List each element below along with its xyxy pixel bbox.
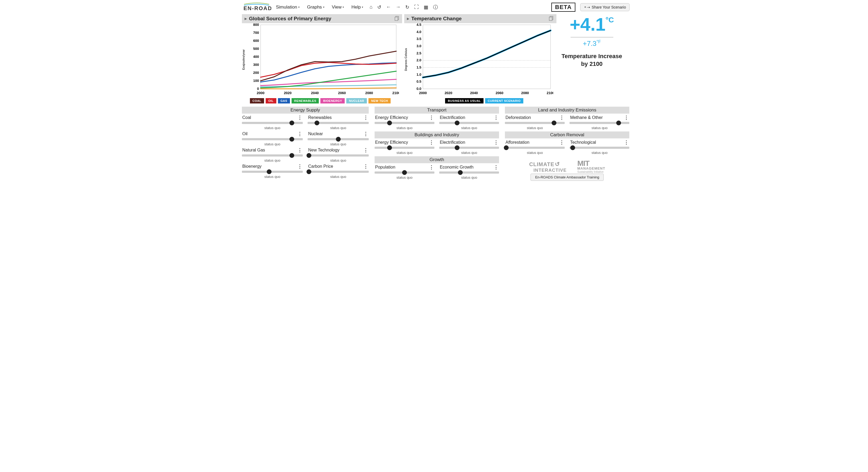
legend-item[interactable]: GAS [278, 98, 290, 103]
slider-nuclear: Nuclear ⋮ status quo [308, 132, 369, 146]
more-options-icon[interactable]: ⋮ [363, 148, 368, 153]
more-options-icon[interactable]: ⋮ [298, 115, 302, 120]
slider-track[interactable] [308, 121, 369, 125]
col-energy-supply: Energy Supply Coal ⋮ status quo Renewabl… [242, 107, 369, 179]
legend-item[interactable]: NUCLEAR [346, 98, 367, 103]
temp-readout-label: Temperature Increase by 2100 [559, 53, 625, 68]
chart-title: Temperature Change [411, 16, 462, 22]
menu-help[interactable]: Help [351, 4, 363, 10]
toolbar: ⌂ ↺ ← → ↻ ⛶ ▦ ⓘ [370, 4, 438, 10]
slider-population: Population ⋮ status quo [375, 165, 434, 179]
slider-track[interactable] [375, 121, 434, 125]
grid-icon[interactable]: ▦ [424, 4, 428, 10]
more-options-icon[interactable]: ⋮ [559, 115, 564, 120]
slider-track[interactable] [569, 145, 629, 150]
more-options-icon[interactable]: ⋮ [624, 140, 629, 145]
slider-track[interactable] [375, 170, 434, 175]
slider-track[interactable] [505, 121, 565, 125]
slider-status: status quo [569, 151, 629, 155]
partner-logos: CLIMATE↺ INTERACTIVE MIT MANAGEMENT Sust… [505, 161, 629, 173]
more-options-icon[interactable]: ⋮ [624, 115, 629, 120]
more-options-icon[interactable]: ⋮ [429, 140, 434, 145]
chart-title: Global Sources of Primary Energy [249, 16, 331, 22]
expand-icon[interactable]: ▶ [407, 17, 409, 21]
slider-track[interactable] [308, 137, 369, 142]
temp-fahrenheit-unit: °F [596, 39, 601, 44]
slider-status: status quo [242, 175, 303, 179]
more-options-icon[interactable]: ⋮ [363, 164, 368, 169]
section-header: Carbon Removal [505, 132, 629, 138]
svg-text:2060: 2060 [338, 91, 346, 95]
fullscreen-icon[interactable]: ⛶ [414, 4, 419, 10]
more-options-icon[interactable]: ⋮ [298, 164, 302, 169]
slider-track[interactable] [439, 170, 499, 175]
copy-icon[interactable] [395, 16, 399, 22]
svg-text:300: 300 [253, 63, 259, 67]
svg-text:0.0: 0.0 [416, 87, 421, 91]
expand-icon[interactable]: ▶ [245, 17, 247, 21]
svg-text:2000: 2000 [419, 91, 427, 95]
more-options-icon[interactable]: ⋮ [429, 115, 434, 120]
slider-track[interactable] [242, 121, 303, 125]
menu-simulation[interactable]: Simulation [276, 4, 300, 10]
slider-status: status quo [439, 151, 499, 155]
slider-methane-other: Methane & Other ⋮ status quo [569, 115, 629, 130]
more-options-icon[interactable]: ⋮ [494, 140, 498, 145]
back-icon[interactable]: ← [386, 4, 391, 10]
slider-energy-efficiency: Energy Efficiency ⋮ status quo [375, 140, 434, 155]
forward-icon[interactable]: → [396, 4, 401, 10]
undo-icon[interactable]: ↺ [377, 4, 381, 10]
svg-text:2000: 2000 [256, 91, 264, 95]
svg-text:2100: 2100 [392, 91, 399, 95]
app-logo: EN-ROADS [242, 2, 271, 12]
slider-track[interactable] [439, 121, 499, 125]
legend-item[interactable]: CURRENT SCENARIO [485, 98, 523, 103]
copy-icon[interactable] [549, 16, 554, 22]
more-options-icon[interactable]: ⋮ [363, 132, 368, 136]
menu-view[interactable]: View [332, 4, 344, 10]
svg-text:1.0: 1.0 [416, 72, 421, 76]
refresh-icon[interactable]: ↻ [405, 4, 409, 10]
slider-track[interactable] [242, 153, 303, 158]
more-options-icon[interactable]: ⋮ [559, 140, 564, 145]
legend-item[interactable]: RENEWABLES [291, 98, 319, 103]
svg-text:100: 100 [253, 79, 259, 83]
slider-track[interactable] [308, 153, 369, 158]
slider-label: Bioenergy [242, 164, 262, 169]
slider-track[interactable] [242, 137, 303, 142]
slider-label: Natural Gas [242, 148, 265, 153]
slider-track[interactable] [505, 145, 565, 150]
slider-economic-growth: Economic Growth ⋮ status quo [439, 165, 499, 179]
legend-item[interactable]: BIOENERGY [320, 98, 345, 103]
svg-text:2.5: 2.5 [416, 51, 421, 55]
home-icon[interactable]: ⌂ [370, 4, 372, 10]
slider-status: status quo [375, 126, 434, 130]
svg-text:EN-ROADS: EN-ROADS [244, 5, 271, 11]
svg-rect-2 [395, 17, 398, 21]
slider-status: status quo [375, 151, 434, 155]
slider-track[interactable] [375, 145, 434, 150]
more-options-icon[interactable]: ⋮ [494, 115, 498, 120]
slider-deforestation: Deforestation ⋮ status quo [505, 115, 565, 130]
more-options-icon[interactable]: ⋮ [363, 115, 368, 120]
col-middle: Transport Energy Efficiency ⋮ status quo… [375, 107, 499, 179]
more-options-icon[interactable]: ⋮ [494, 165, 498, 170]
more-options-icon[interactable]: ⋮ [298, 132, 302, 136]
legend-item[interactable]: BUSINESS AS USUAL [445, 98, 484, 103]
info-icon[interactable]: ⓘ [433, 4, 438, 10]
slider-track[interactable] [242, 169, 303, 174]
slider-track[interactable] [569, 121, 629, 125]
beta-badge: BETA [551, 3, 576, 12]
slider-track[interactable] [308, 169, 369, 174]
ambassador-training-link[interactable]: En-ROADS Climate Ambassador Training [530, 174, 604, 181]
legend-item[interactable]: NEW TECH [368, 98, 391, 103]
more-options-icon[interactable]: ⋮ [429, 165, 434, 170]
slider-status: status quo [308, 142, 369, 146]
svg-text:400: 400 [253, 55, 259, 59]
legend-item[interactable]: OIL [266, 98, 276, 103]
slider-track[interactable] [439, 145, 499, 150]
share-button[interactable]: ⚬⇢ Share Your Scenario [580, 3, 629, 11]
legend-item[interactable]: COAL [250, 98, 264, 103]
menu-graphs[interactable]: Graphs [307, 4, 324, 10]
more-options-icon[interactable]: ⋮ [298, 148, 302, 153]
